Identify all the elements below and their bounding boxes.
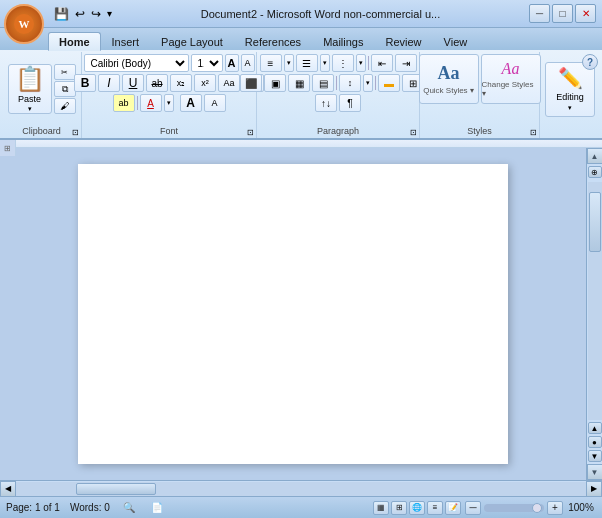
align-right-button[interactable]: ▦ (288, 74, 310, 92)
underline-button[interactable]: U (122, 74, 144, 92)
scroll-expand-buttons: ⊕ (588, 164, 602, 182)
save-icon[interactable]: 💾 (54, 7, 69, 21)
bold-button[interactable]: B (74, 74, 96, 92)
tab-review[interactable]: Review (374, 32, 432, 50)
line-spacing-dropdown[interactable]: ▾ (363, 74, 373, 92)
styles-label: Styles (420, 126, 539, 136)
para-row-2: ⬛ ▣ ▦ ▤ ↕ ▾ ▬ ⊞ ▾ (240, 74, 436, 92)
svg-text:W: W (19, 18, 30, 30)
styles-expand-icon[interactable]: ⊡ (530, 128, 537, 137)
full-screen-button[interactable]: ⊞ (391, 501, 407, 515)
clipboard-expand-icon[interactable]: ⊡ (72, 128, 79, 137)
scroll-up-button[interactable]: ▲ (587, 148, 603, 164)
paragraph-expand-icon[interactable]: ⊡ (410, 128, 417, 137)
multilevel-list-button[interactable]: ⋮ (332, 54, 354, 72)
document-icon[interactable]: 📄 (148, 501, 166, 515)
ribbon-help-button[interactable]: ? (582, 54, 598, 70)
para-sep2 (336, 76, 337, 90)
zoom-slider-thumb[interactable] (532, 503, 542, 513)
zoom-in-button[interactable]: + (547, 501, 563, 515)
line-spacing-button[interactable]: ↕ (339, 74, 361, 92)
styles-gallery: Aa Quick Styles ▾ Aa Change Styles ▾ (419, 54, 541, 104)
proofing-icon[interactable]: 🔍 (120, 501, 138, 515)
copy-button[interactable]: ⧉ (54, 81, 76, 97)
document-scroll-area[interactable] (0, 148, 586, 480)
hscroll-right-button[interactable]: ▶ (586, 481, 602, 497)
web-layout-button[interactable]: 🌐 (409, 501, 425, 515)
tab-insert[interactable]: Insert (101, 32, 151, 50)
highlight-button[interactable]: ab (113, 94, 135, 112)
align-center-button[interactable]: ▣ (264, 74, 286, 92)
sort-button[interactable]: ↑↓ (315, 94, 337, 112)
office-button[interactable]: W (4, 4, 44, 44)
strikethrough-button[interactable]: ab (146, 74, 168, 92)
font-shrink-button[interactable]: A (241, 54, 255, 72)
font-grow2-button[interactable]: A (180, 94, 202, 112)
subscript-button[interactable]: x₂ (170, 74, 192, 92)
hscroll-thumb[interactable] (76, 483, 156, 495)
bullet-list-button[interactable]: ≡ (260, 54, 282, 72)
draft-button[interactable]: 📝 (445, 501, 461, 515)
font-grow-button[interactable]: A (225, 54, 239, 72)
tab-mailings[interactable]: Mailings (312, 32, 374, 50)
paste-button[interactable]: 📋 Paste ▾ (8, 64, 52, 114)
font-shrink2-button[interactable]: A (204, 94, 226, 112)
shading-button[interactable]: ▬ (378, 74, 400, 92)
zoom-bar: ─ + 100% (465, 501, 596, 515)
font-color-button[interactable]: A (140, 94, 162, 112)
font-size-select[interactable]: 11 (191, 54, 223, 72)
show-hide-button[interactable]: ¶ (339, 94, 361, 112)
hscroll-left-button[interactable]: ◀ (0, 481, 16, 497)
scroll-down-button[interactable]: ▼ (587, 464, 603, 480)
ribbon-group-styles: Aa Quick Styles ▾ Aa Change Styles ▾ Sty… (420, 52, 540, 138)
italic-button[interactable]: I (98, 74, 120, 92)
undo-icon[interactable]: ↩ (75, 7, 85, 21)
ruler-corner[interactable]: ⊞ (0, 140, 16, 156)
zoom-out-button[interactable]: ─ (465, 501, 481, 515)
align-left-button[interactable]: ⬛ (240, 74, 262, 92)
scroll-expand-up[interactable]: ⊕ (588, 166, 602, 178)
bullet-list-dropdown[interactable]: ▾ (284, 54, 294, 72)
numbered-list-button[interactable]: ☰ (296, 54, 318, 72)
print-layout-button[interactable]: ▦ (373, 501, 389, 515)
copy-icon: ⧉ (62, 84, 68, 95)
para-sep3 (375, 76, 376, 90)
maximize-button[interactable]: □ (552, 4, 573, 23)
tab-home[interactable]: Home (48, 32, 101, 51)
select-browse-button[interactable]: ● (588, 436, 602, 448)
zoom-slider[interactable] (484, 504, 544, 512)
clipboard-label: Clipboard (2, 126, 81, 136)
change-case-button[interactable]: Aa (218, 74, 240, 92)
redo-icon[interactable]: ↪ (91, 7, 101, 21)
font-color-dropdown[interactable]: ▾ (164, 94, 174, 112)
tab-references[interactable]: References (234, 32, 312, 50)
minimize-button[interactable]: ─ (529, 4, 550, 23)
vertical-scrollbar: ▲ ⊕ ▲ ● ▼ ▼ (586, 148, 602, 480)
format-painter-button[interactable]: 🖌 (54, 98, 76, 114)
font-expand-icon[interactable]: ⊡ (247, 128, 254, 137)
document-page[interactable] (78, 164, 508, 464)
scroll-thumb[interactable] (589, 192, 601, 252)
decrease-indent-button[interactable]: ⇤ (371, 54, 393, 72)
horizontal-scrollbar: ◀ ▶ (0, 480, 602, 496)
tab-view[interactable]: View (433, 32, 479, 50)
numbered-list-dropdown[interactable]: ▾ (320, 54, 330, 72)
change-styles-button[interactable]: Aa Change Styles ▾ (481, 54, 541, 104)
ribbon-group-clipboard: 📋 Paste ▾ ✂ ⧉ 🖌 Clipboard ⊡ (2, 52, 82, 138)
prev-page-button[interactable]: ▲ (588, 422, 602, 434)
increase-indent-button[interactable]: ⇥ (395, 54, 417, 72)
font-family-select[interactable]: Calibri (Body) (84, 54, 189, 72)
close-button[interactable]: ✕ (575, 4, 596, 23)
outline-button[interactable]: ≡ (427, 501, 443, 515)
tab-page-layout[interactable]: Page Layout (150, 32, 234, 50)
zoom-percent[interactable]: 100% (566, 502, 596, 513)
justify-button[interactable]: ▤ (312, 74, 334, 92)
next-page-button[interactable]: ▼ (588, 450, 602, 462)
quick-styles-button[interactable]: Aa Quick Styles ▾ (419, 54, 479, 104)
multilevel-list-dropdown[interactable]: ▾ (356, 54, 366, 72)
quick-styles-label: Quick Styles ▾ (423, 86, 474, 95)
superscript-button[interactable]: x² (194, 74, 216, 92)
font-row-2: B I U ab x₂ x² Aa A (74, 74, 264, 92)
clipboard-small-buttons: ✂ ⧉ 🖌 (54, 64, 76, 114)
cut-button[interactable]: ✂ (54, 64, 76, 80)
